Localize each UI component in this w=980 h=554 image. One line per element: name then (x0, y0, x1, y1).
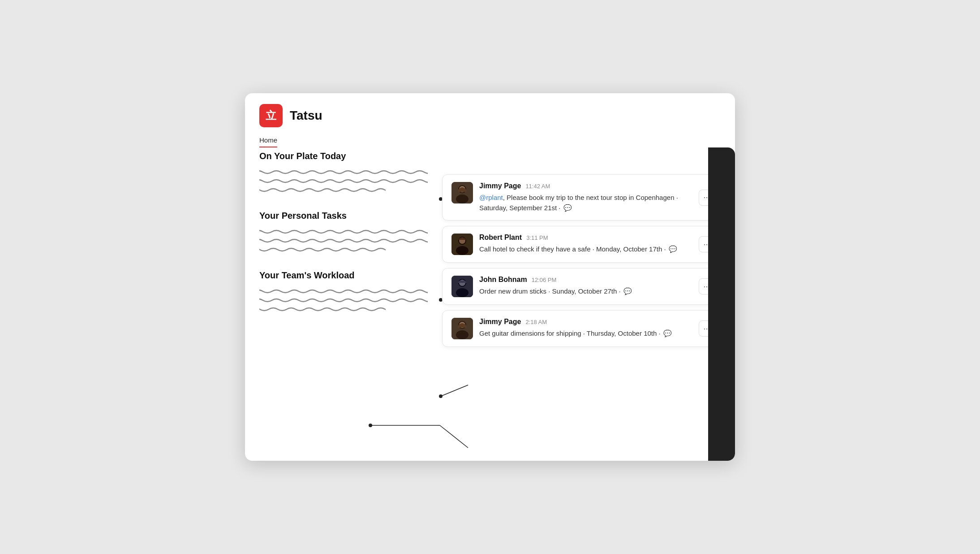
comment-icon-4[interactable]: 💬 (663, 329, 672, 337)
squiggly-3 (259, 187, 386, 193)
section-on-your-plate: On Your Plate Today (259, 151, 428, 193)
section-title-workload: Your Team's Workload (259, 270, 428, 281)
text-1: , Please book my trip to the next tour s… (479, 194, 678, 212)
avatar-2 (451, 234, 473, 255)
right-dark-panel (708, 147, 735, 461)
time-2: 3:11 PM (526, 234, 548, 241)
nav: Home (245, 136, 735, 147)
plate-squiggly (259, 169, 428, 193)
message-header-1: Jimmy Page 11:42 AM (479, 182, 692, 190)
sender-2: Robert Plant (479, 234, 522, 242)
comment-icon-3[interactable]: 💬 (623, 287, 632, 295)
time-3: 12:06 PM (532, 277, 557, 283)
message-body-4: Jimmy Page 2:18 AM Get guitar dimensions… (479, 318, 692, 339)
message-text-2: Call hotel to check if they have a safe … (479, 244, 692, 255)
avatar-4 (451, 318, 473, 339)
message-text-3: Order new drum sticks · Sunday, October … (479, 286, 692, 297)
time-4: 2:18 AM (525, 319, 547, 325)
time-1: 11:42 AM (525, 183, 550, 190)
message-card-3: John Bohnam 12:06 PM Order new drum stic… (442, 268, 724, 305)
comment-icon-2[interactable]: 💬 (669, 245, 677, 253)
section-personal-tasks: Your Personal Tasks (259, 211, 428, 252)
text-4: Get guitar dimensions for shipping · Thu… (479, 329, 661, 337)
message-card-1: Jimmy Page 11:42 AM @rplant, Please book… (442, 174, 724, 221)
squiggly-2 (259, 178, 428, 184)
message-header-3: John Bohnam 12:06 PM (479, 276, 692, 284)
header: 立 Tatsu (245, 93, 735, 134)
sender-4: Jimmy Page (479, 318, 521, 326)
message-header-4: Jimmy Page 2:18 AM (479, 318, 692, 326)
message-text-4: Get guitar dimensions for shipping · Thu… (479, 329, 692, 339)
svg-point-19 (456, 288, 469, 297)
message-card-4: Jimmy Page 2:18 AM Get guitar dimensions… (442, 310, 724, 347)
app-container: 立 Tatsu Home On Your Plate Today Your Pe… (245, 93, 735, 461)
squiggly-6 (259, 247, 386, 252)
squiggly-4 (259, 229, 428, 234)
avatar-1 (451, 182, 473, 203)
comment-icon-1[interactable]: 💬 (563, 204, 572, 212)
message-header-2: Robert Plant 3:11 PM (479, 234, 692, 242)
message-body-2: Robert Plant 3:11 PM Call hotel to check… (479, 234, 692, 255)
squiggly-7 (259, 289, 428, 294)
svg-point-15 (456, 246, 469, 255)
message-body-3: John Bohnam 12:06 PM Order new drum stic… (479, 276, 692, 297)
squiggly-5 (259, 238, 428, 243)
text-3: Order new drum sticks · Sunday, October … (479, 287, 621, 295)
left-panel: On Your Plate Today Your Personal Tasks (245, 147, 442, 461)
sender-1: Jimmy Page (479, 182, 521, 190)
sender-3: John Bohnam (479, 276, 527, 284)
logo-icon: 立 (266, 108, 276, 123)
squiggly-1 (259, 169, 428, 175)
squiggly-8 (259, 298, 428, 303)
tasks-squiggly (259, 229, 428, 252)
avatar-3 (451, 276, 473, 297)
message-body-1: Jimmy Page 11:42 AM @rplant, Please book… (479, 182, 692, 213)
svg-point-23 (456, 330, 469, 339)
section-title-plate: On Your Plate Today (259, 151, 428, 161)
squiggly-9 (259, 307, 386, 312)
text-2: Call hotel to check if they have a safe … (479, 245, 666, 253)
section-team-workload: Your Team's Workload (259, 270, 428, 312)
message-text-1: @rplant, Please book my trip to the next… (479, 193, 692, 213)
logo-box: 立 (259, 104, 283, 127)
message-card-2: Robert Plant 3:11 PM Call hotel to check… (442, 226, 724, 263)
messages-panel: Jimmy Page 11:42 AM @rplant, Please book… (442, 147, 735, 461)
app-title: Tatsu (290, 108, 322, 123)
mention-1[interactable]: @rplant (479, 194, 503, 201)
nav-home[interactable]: Home (259, 136, 277, 147)
svg-point-11 (456, 195, 469, 203)
content-wrapper: On Your Plate Today Your Personal Tasks (245, 147, 735, 461)
workload-squiggly (259, 289, 428, 312)
section-title-tasks: Your Personal Tasks (259, 211, 428, 221)
